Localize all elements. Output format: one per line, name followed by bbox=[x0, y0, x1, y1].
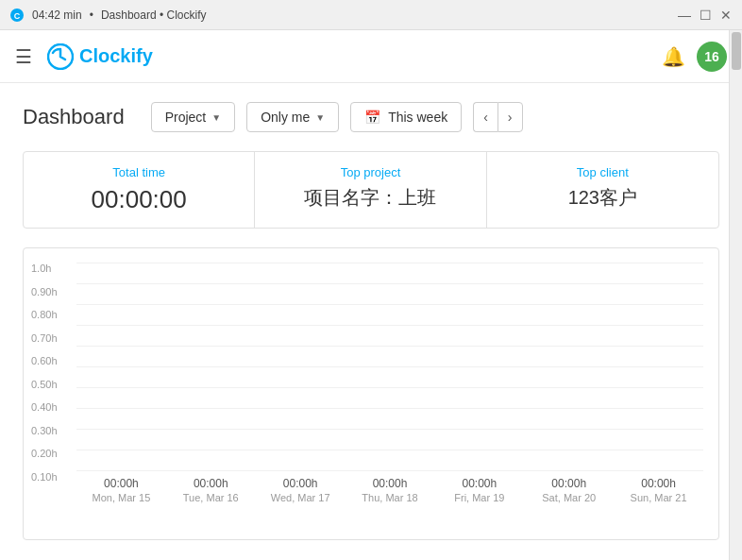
bar-column bbox=[76, 263, 166, 471]
only-me-filter-arrow: ▼ bbox=[315, 112, 325, 123]
x-axis-col: 00:00hFri, Mar 19 bbox=[434, 477, 524, 503]
user-avatar[interactable]: 16 bbox=[697, 42, 727, 72]
chart-area bbox=[76, 263, 703, 471]
x-time-label: 00:00h bbox=[463, 477, 497, 490]
y-axis-label: 1.0h bbox=[31, 263, 58, 274]
page-title: Dashboard bbox=[23, 105, 125, 129]
hamburger-menu[interactable]: ☰ bbox=[15, 47, 32, 66]
notification-bell[interactable]: 🔔 bbox=[662, 45, 685, 68]
only-me-filter-button[interactable]: Only me ▼ bbox=[246, 102, 339, 132]
top-project-card: Top project 项目名字：上班 bbox=[255, 152, 486, 228]
y-axis-label: 0.90h bbox=[31, 287, 58, 297]
x-time-label: 00:00h bbox=[551, 477, 586, 490]
y-axis-label: 0.20h bbox=[31, 449, 58, 459]
scrollbar-thumb[interactable] bbox=[732, 32, 741, 70]
x-axis-col: 00:00hSun, Mar 21 bbox=[614, 477, 703, 503]
stats-row: Total time 00:00:00 Top project 项目名字：上班 … bbox=[23, 151, 719, 229]
x-date-label: Wed, Mar 17 bbox=[271, 492, 330, 503]
main-content: Dashboard Project ▼ Only me ▼ 📅 This wee… bbox=[0, 83, 742, 559]
bar-column bbox=[346, 263, 435, 471]
chart-container: 0.10h0.20h0.30h0.40h0.50h0.60h0.70h0.80h… bbox=[23, 247, 719, 540]
x-axis-col: 00:00hThu, Mar 18 bbox=[346, 477, 435, 503]
x-time-label: 00:00h bbox=[194, 477, 228, 490]
project-filter-arrow: ▼ bbox=[211, 112, 221, 123]
title-bar-info: C 04:42 min • Dashboard • Clockify bbox=[9, 8, 207, 23]
x-date-label: Fri, Mar 19 bbox=[454, 492, 504, 503]
logo: Clockify bbox=[47, 43, 153, 70]
top-client-label: Top client bbox=[506, 165, 700, 179]
x-axis-col: 00:00hMon, Mar 15 bbox=[76, 477, 166, 503]
scrollbar[interactable] bbox=[729, 30, 742, 560]
week-filter-button[interactable]: 📅 This week bbox=[350, 102, 462, 132]
y-axis-label: 0.10h bbox=[31, 472, 58, 483]
y-axis-label: 0.60h bbox=[31, 356, 58, 366]
x-time-label: 00:00h bbox=[641, 477, 676, 490]
x-date-label: Mon, Mar 15 bbox=[93, 492, 151, 503]
x-date-label: Tue, Mar 16 bbox=[183, 492, 239, 503]
total-time-label: Total time bbox=[42, 165, 235, 179]
bar-column bbox=[434, 263, 524, 471]
x-axis-col: 00:00hSat, Mar 20 bbox=[524, 477, 614, 503]
total-time-value: 00:00:00 bbox=[42, 185, 235, 214]
window-controls: — ☐ ✕ bbox=[678, 8, 733, 22]
y-axis-label: 0.50h bbox=[31, 380, 58, 390]
x-axis: 00:00hMon, Mar 1500:00hTue, Mar 1600:00h… bbox=[76, 477, 703, 503]
svg-text:C: C bbox=[14, 11, 21, 21]
logo-icon bbox=[47, 43, 74, 70]
x-date-label: Sun, Mar 21 bbox=[631, 492, 687, 503]
dashboard-header: Dashboard Project ▼ Only me ▼ 📅 This wee… bbox=[23, 102, 719, 132]
bars-row bbox=[76, 263, 703, 471]
x-date-label: Thu, Mar 18 bbox=[362, 492, 417, 503]
title-bar-text: 04:42 min bbox=[32, 8, 82, 22]
bar-column bbox=[524, 263, 614, 471]
header-right: 🔔 16 bbox=[662, 42, 727, 72]
x-time-label: 00:00h bbox=[283, 477, 318, 490]
close-button[interactable]: ✕ bbox=[719, 8, 733, 22]
title-bar-title: Dashboard • Clockify bbox=[101, 8, 207, 22]
y-axis: 0.10h0.20h0.30h0.40h0.50h0.60h0.70h0.80h… bbox=[31, 263, 58, 483]
top-project-label: Top project bbox=[274, 165, 466, 179]
title-bar-separator: • bbox=[90, 8, 93, 22]
calendar-icon: 📅 bbox=[364, 110, 380, 125]
y-axis-label: 0.30h bbox=[31, 426, 58, 436]
bar-column bbox=[614, 263, 703, 471]
total-time-card: Total time 00:00:00 bbox=[24, 152, 255, 228]
week-filter-label: This week bbox=[388, 110, 447, 125]
x-axis-col: 00:00hTue, Mar 16 bbox=[166, 477, 256, 503]
y-axis-label: 0.80h bbox=[31, 310, 58, 320]
minimize-button[interactable]: — bbox=[678, 8, 691, 22]
bar-column bbox=[166, 263, 256, 471]
top-client-card: Top client 123客户 bbox=[487, 152, 718, 228]
logo-text: Clockify bbox=[79, 45, 153, 67]
x-axis-col: 00:00hWed, Mar 17 bbox=[256, 477, 346, 503]
project-filter-label: Project bbox=[165, 110, 207, 125]
x-time-label: 00:00h bbox=[373, 477, 408, 490]
bar-column bbox=[256, 263, 346, 471]
app-icon: C bbox=[9, 8, 25, 23]
app-header: ☰ Clockify 🔔 16 bbox=[0, 30, 742, 83]
y-axis-label: 0.40h bbox=[31, 402, 58, 413]
week-navigation: ‹ › bbox=[473, 102, 522, 132]
only-me-filter-label: Only me bbox=[261, 110, 310, 125]
y-axis-label: 0.70h bbox=[31, 333, 58, 344]
title-bar: C 04:42 min • Dashboard • Clockify — ☐ ✕ bbox=[0, 0, 742, 30]
maximize-button[interactable]: ☐ bbox=[699, 8, 712, 22]
x-date-label: Sat, Mar 20 bbox=[542, 492, 596, 503]
previous-week-button[interactable]: ‹ bbox=[473, 102, 497, 132]
project-filter-button[interactable]: Project ▼ bbox=[151, 102, 235, 132]
x-time-label: 00:00h bbox=[104, 477, 139, 490]
top-client-value: 123客户 bbox=[506, 185, 700, 211]
top-project-value: 项目名字：上班 bbox=[274, 185, 466, 211]
next-week-button[interactable]: › bbox=[497, 102, 523, 132]
